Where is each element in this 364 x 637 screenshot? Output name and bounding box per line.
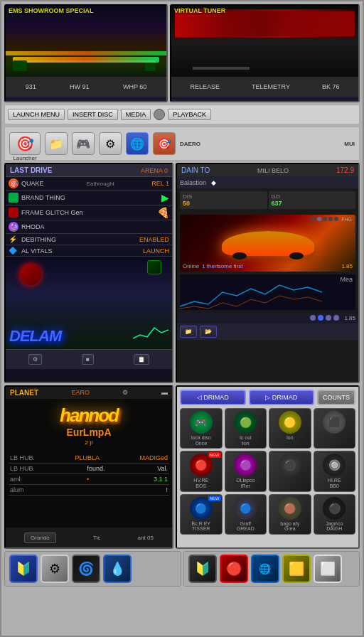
row-val2-3: 3.1 1 <box>154 476 168 483</box>
footer-val-1: Tic <box>93 535 100 541</box>
icon-grid-header: ◁ DRIMAD ▷ DRIMAD COUNTS <box>180 390 355 405</box>
bottom-left-panel: PLANET EARO ⚙ ▬ hannod EurLmpA 2 )! LB H… <box>4 385 173 549</box>
item-val-1: REL 1 <box>151 180 169 187</box>
bottom-left-extra: EARO <box>71 389 90 397</box>
bottom-icon-3[interactable]: 🌀 <box>72 555 100 583</box>
bottom-icon-b3[interactable]: 🌐 <box>251 555 279 583</box>
folder-icon: 📁 <box>49 137 63 151</box>
gamepad-btn[interactable]: 🎮 <box>72 132 95 155</box>
list-item[interactable]: 🔷 AL VITALS LAUNCH <box>6 245 172 257</box>
bottom-nav-btn-2[interactable]: 📂 <box>200 326 217 338</box>
list-item[interactable]: ⚡ DEBITHING ENABLED <box>6 234 172 245</box>
row-val2-1: MADIGed <box>139 454 168 461</box>
grid-item-5[interactable]: 🔴 HV.REBOS NEW <box>180 451 223 491</box>
row-val-3: • <box>87 476 89 483</box>
bottom-icon-1[interactable]: 🔰 <box>9 555 38 583</box>
stat-release: RELEASE <box>191 83 220 90</box>
bottom-icon-b1[interactable]: 🔰 <box>188 555 217 583</box>
footer-btn-1[interactable]: ⚙ <box>28 354 42 365</box>
mid-right-header: DAIN TO MILI BELO 172.9 <box>177 164 358 176</box>
folder-btn[interactable]: 📁 <box>45 132 68 155</box>
cell-label-1: DIS <box>183 193 264 200</box>
icon-circle-7: ⚫ <box>279 454 301 476</box>
list-item[interactable]: 🎯 QUAKE Eathrought REL 1 <box>6 177 172 191</box>
playback-btn[interactable]: PLAYBACK <box>168 109 211 120</box>
bottom-list-row: LB HUB. PLUBLA MADIGed <box>9 453 169 464</box>
grid-item-9[interactable]: 🔵 Bc.R EYTISSER NEW <box>180 494 223 535</box>
bottom-left-footer: Grando Tic ant 05 <box>6 528 172 547</box>
item-icon-3 <box>9 208 18 218</box>
item-text-6: AL VITALS <box>21 247 140 255</box>
grid-item-6[interactable]: 🟣 OLlapcoIRer <box>225 451 267 491</box>
drimad-btn-right[interactable]: ▷ DRIMAD <box>249 390 315 405</box>
top-right-panel: VIRTUAL TUNER RELEASE TELEMETRY BK 76 <box>170 4 360 102</box>
settings-btn[interactable]: ⚙ <box>99 132 122 155</box>
graph-area: Mea <box>180 274 355 310</box>
bottom-icon-4[interactable]: 💧 <box>103 555 132 583</box>
list-item[interactable]: FRAME GLITCH Gen 🍕 <box>6 205 172 220</box>
globe-btn[interactable]: 🌐 <box>126 132 149 155</box>
nav-dot-2[interactable] <box>318 315 323 321</box>
grid-item-3[interactable]: 🟡 Ion <box>269 408 311 449</box>
icon-circle-10: 🔵 <box>234 497 257 520</box>
bottom-right-panel: ◁ DRIMAD ▷ DRIMAD COUNTS 🎮 loca disoOnce… <box>176 385 360 549</box>
bottom-icon-2[interactable]: ⚙ <box>41 555 69 583</box>
launch-menu-btn[interactable]: LAUNCH MENU <box>8 109 65 120</box>
bottom-left-title: PLANET <box>10 389 38 397</box>
bottom-icon-b2[interactable]: 🔴 <box>220 555 248 583</box>
bottom-icon-b5[interactable]: ⬜ <box>314 555 342 583</box>
nav-dot-1[interactable] <box>310 315 316 321</box>
nav-dot-4[interactable] <box>333 315 339 321</box>
icon-label-3: Ion <box>272 435 309 441</box>
media-indicator <box>154 109 165 120</box>
grid-item-1[interactable]: 🎮 loca disoOnce <box>180 408 223 449</box>
logo-extra: 2 )! <box>11 439 166 446</box>
target-icon: 🎯 <box>157 137 171 151</box>
footer-btn-3[interactable]: 📋 <box>134 354 149 365</box>
footer-btn-2[interactable]: ■ <box>82 354 94 365</box>
icon-sym-b1: 🔰 <box>195 561 210 577</box>
big-image-area: FHG Online 1 thertsome first 1.85 <box>180 215 355 272</box>
target-btn[interactable]: 🎯 <box>153 132 176 155</box>
grid-item-11[interactable]: 🟤 bago afyGrea <box>269 494 311 535</box>
grid-item-8[interactable]: 🔘 HI.REBB0 <box>314 451 356 491</box>
cell-val-1: 50 <box>183 200 264 207</box>
red-bar <box>175 11 355 36</box>
media-btn[interactable]: MEDIA <box>121 109 151 120</box>
grid-item-2[interactable]: 🟢 Ic oullion <box>225 408 267 449</box>
graph-svg-mid <box>180 282 355 310</box>
list-item[interactable]: 🔮 RHODA <box>6 220 172 234</box>
insert-disc-btn[interactable]: INSERT DISC <box>68 109 118 120</box>
logo-main: hannod <box>11 405 166 427</box>
divider-line <box>16 60 156 63</box>
game-visual-area: DELAM <box>6 257 172 349</box>
grid-item-12[interactable]: ⚫ JagincoDAIGH <box>314 494 356 535</box>
nav-dot-3[interactable] <box>326 315 331 321</box>
counts-btn[interactable]: COUNTS <box>317 390 355 405</box>
stat-telem: TELEMETRY <box>252 83 290 90</box>
item-text-1: QUAKE <box>21 180 84 187</box>
bottom-left-extra2: ⚙ <box>122 389 128 397</box>
bottom-nav-btn-1[interactable]: 📁 <box>180 326 197 338</box>
list-item[interactable]: BRAND THING ▶ <box>6 191 172 205</box>
launcher-btn[interactable]: 🎯 Launcher <box>9 132 41 155</box>
icon-circle-2: 🟢 <box>234 411 257 434</box>
game-logo: DELAM <box>9 327 61 346</box>
middle-section: LAST DRIVE ARENA 0 🎯 QUAKE Eathrought RE… <box>4 163 360 383</box>
grid-item-4[interactable]: ⬛ <box>314 408 356 449</box>
bottom-icon-b4[interactable]: 🟨 <box>282 555 311 583</box>
icon-circle-4: ⬛ <box>323 411 346 434</box>
footer-val-2: ant 05 <box>138 535 154 541</box>
grid-item-10[interactable]: 🔵 GraffGREAD <box>225 494 267 535</box>
stat-bk: BK 76 <box>322 83 340 90</box>
drimad-btn-left[interactable]: ◁ DRIMAD <box>180 390 246 405</box>
stat-whp: WHP 60 <box>123 83 146 90</box>
mid-right-extra: 172.9 <box>336 166 354 174</box>
grando-btn[interactable]: Grando <box>24 532 56 543</box>
grid-item-7[interactable]: ⚫ <box>269 451 311 491</box>
mid-right-panel: DAIN TO MILI BELO 172.9 Balastion ◆ DIS … <box>176 163 360 383</box>
item-text-3: FRAME GLITCH Gen <box>21 209 154 216</box>
launcher-label: Launcher <box>13 155 36 161</box>
mui-label: MUI <box>344 141 355 147</box>
badge-new-9: NEW <box>208 496 221 501</box>
